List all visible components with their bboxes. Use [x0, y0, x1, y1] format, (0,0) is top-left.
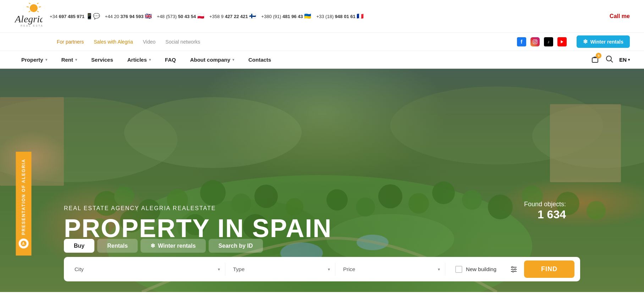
nav-articles[interactable]: Articles ▾ — [120, 51, 158, 68]
svg-line-5 — [37, 11, 39, 12]
chevron-down-icon: ▾ — [149, 58, 151, 62]
svg-line-3 — [37, 3, 39, 4]
nav-property[interactable]: Property ▾ — [14, 51, 54, 68]
hero-subtitle: REAL ESTATE AGENCY ALEGRIA REALESTATE — [64, 205, 332, 212]
svg-point-42 — [408, 193, 429, 214]
svg-rect-16 — [592, 58, 598, 62]
type-label: Type — [233, 266, 245, 272]
find-button[interactable]: FIND — [524, 260, 574, 278]
cart-button[interactable]: 0 — [590, 54, 600, 66]
side-banner-logo: A — [19, 239, 29, 248]
search-form: City ▾ Type ▾ Price ▾ New building — [64, 257, 580, 281]
nav-faq[interactable]: FAQ — [158, 51, 183, 68]
hero-title: PROPERTY IN SPAIN — [64, 214, 332, 242]
svg-point-44 — [462, 190, 482, 210]
call-me-button[interactable]: Call me — [610, 13, 630, 19]
nav-links-row: For partners Sales with Alegria Video So… — [0, 33, 644, 51]
phone-fr[interactable]: +33 (18) 948 01 61 🇫🇷 — [316, 13, 364, 19]
phone-es[interactable]: +34 697 485 971 📱💬 — [50, 13, 100, 19]
youtube-icon[interactable] — [557, 37, 567, 46]
svg-point-48 — [587, 201, 606, 220]
nav-services[interactable]: Services — [84, 51, 120, 68]
svg-line-4 — [39, 7, 41, 7]
nav-video[interactable]: Video — [143, 39, 156, 45]
tab-winter-rentals[interactable]: ❄ Winter rentals — [141, 239, 206, 253]
price-label: Price — [343, 266, 355, 272]
nav-rent[interactable]: Rent ▾ — [54, 51, 84, 68]
svg-point-21 — [124, 97, 302, 168]
svg-line-6 — [29, 11, 30, 12]
search-tabs: Buy Rentals ❄ Winter rentals Search by I… — [64, 239, 580, 253]
language-selector[interactable]: EN ▾ — [619, 57, 630, 63]
snowflake-tab-icon: ❄ — [150, 242, 155, 249]
phone-pl[interactable]: +48 (573) 50 43 54 🇵🇱 — [157, 13, 204, 19]
svg-point-17 — [606, 56, 611, 61]
search-button[interactable] — [606, 55, 613, 64]
cart-badge: 0 — [596, 53, 601, 58]
found-objects-count: 1 634 — [524, 208, 566, 221]
city-dropdown[interactable]: City ▾ — [70, 263, 225, 276]
svg-point-41 — [378, 184, 402, 208]
svg-text:REAL ESTATE: REAL ESTATE — [21, 24, 43, 27]
svg-rect-24 — [0, 97, 64, 186]
facebook-icon[interactable]: f — [517, 37, 526, 46]
hero-content: REAL ESTATE AGENCY ALEGRIA REALESTATE PR… — [64, 205, 332, 242]
svg-point-35 — [200, 180, 226, 206]
winter-rentals-nav-button[interactable]: ❄ Winter rentals — [577, 35, 630, 48]
logo-graphic: Alegria REAL ESTATE — [14, 3, 43, 29]
svg-marker-15 — [561, 40, 563, 43]
svg-text:A: A — [22, 242, 25, 246]
svg-line-18 — [611, 60, 613, 62]
svg-point-59 — [514, 269, 516, 270]
hero-section: REAL ESTATE AGENCY ALEGRIA REALESTATE PR… — [0, 69, 644, 292]
svg-point-37 — [254, 185, 278, 208]
new-building-label: New building — [466, 266, 496, 272]
search-bar-container: Buy Rentals ❄ Winter rentals Search by I… — [64, 239, 580, 281]
top-bar-left: Alegria REAL ESTATE +34 697 485 971 📱💬 +… — [14, 3, 364, 29]
svg-point-40 — [356, 197, 375, 217]
top-bar: Alegria REAL ESTATE +34 697 485 971 📱💬 +… — [0, 0, 644, 33]
side-presentation-banner[interactable]: A PRESENTATION OF ALEGRIA — [16, 152, 32, 256]
logo[interactable]: Alegria REAL ESTATE — [14, 3, 43, 29]
svg-rect-12 — [533, 40, 537, 44]
snowflake-icon: ❄ — [583, 38, 588, 45]
chevron-down-icon: ▾ — [45, 58, 47, 62]
tab-rentals[interactable]: Rentals — [97, 239, 138, 253]
chevron-down-icon: ▾ — [75, 58, 77, 62]
nav-sales[interactable]: Sales with Alegria — [94, 39, 133, 45]
svg-rect-25 — [550, 104, 621, 182]
nav-for-partners[interactable]: For partners — [57, 39, 84, 45]
svg-line-7 — [27, 7, 29, 7]
chevron-down-icon: ▾ — [628, 58, 630, 62]
chevron-down-icon: ▾ — [438, 267, 440, 272]
tab-buy[interactable]: Buy — [64, 239, 94, 253]
price-dropdown[interactable]: Price ▾ — [338, 263, 445, 276]
chevron-down-icon: ▾ — [232, 58, 234, 62]
svg-point-13 — [534, 41, 536, 43]
svg-point-43 — [432, 181, 455, 204]
filter-button[interactable] — [506, 262, 521, 277]
city-label: City — [75, 266, 84, 272]
instagram-icon[interactable] — [530, 37, 540, 46]
svg-point-58 — [512, 266, 513, 268]
new-building-checkbox[interactable] — [455, 266, 462, 273]
svg-point-32 — [114, 186, 134, 206]
nav-about[interactable]: About company ▾ — [183, 51, 241, 68]
chevron-down-icon: ▾ — [328, 267, 330, 272]
nav-social[interactable]: Social networks — [165, 39, 200, 45]
phone-ua[interactable]: +380 (91) 481 96 43 🇺🇦 — [261, 13, 311, 19]
tiktok-icon[interactable]: ♪ — [544, 37, 553, 46]
type-dropdown[interactable]: Type ▾ — [228, 263, 335, 276]
tab-search-by-id[interactable]: Search by ID — [209, 239, 263, 253]
chevron-down-icon: ▾ — [218, 267, 220, 272]
social-icons-group: f ♪ — [517, 37, 567, 46]
top-bar-right: Call me — [610, 13, 630, 19]
svg-text:Alegria: Alegria — [14, 13, 43, 24]
svg-point-60 — [512, 271, 514, 272]
found-objects-panel: Found objects: 1 634 — [524, 201, 566, 221]
new-building-checkbox-group: New building — [448, 266, 503, 273]
svg-point-14 — [536, 40, 536, 41]
nav-contacts[interactable]: Contacts — [241, 51, 278, 68]
phone-fi[interactable]: +358 9 427 22 421 🇫🇮 — [209, 13, 256, 19]
phone-uk[interactable]: +44 20 376 94 593 🇬🇧 — [105, 13, 152, 19]
